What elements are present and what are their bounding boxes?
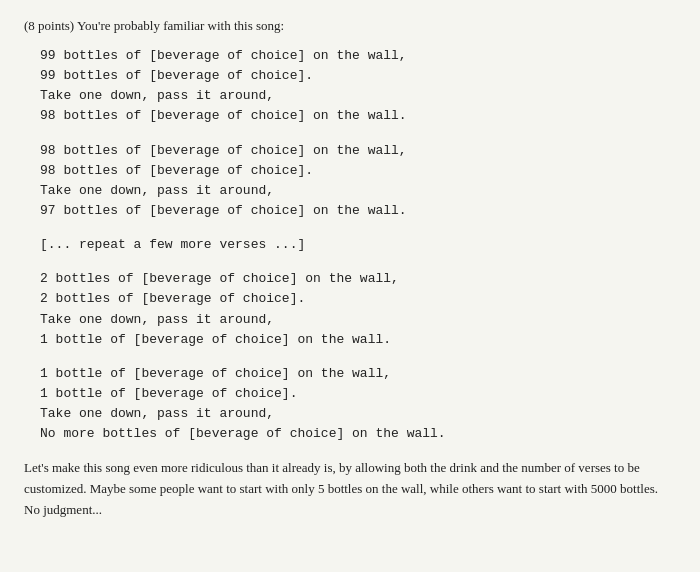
verse-2bottles-line-4: 1 bottle of [beverage of choice] on the … [40, 330, 676, 350]
verse-1-line-1: 99 bottles of [beverage of choice] on th… [40, 46, 676, 66]
verse-repeat: [... repeat a few more verses ...] [40, 235, 676, 255]
verse-2-line-1: 98 bottles of [beverage of choice] on th… [40, 141, 676, 161]
verse-1-line-3: Take one down, pass it around, [40, 86, 676, 106]
verse-2-line-2: 98 bottles of [beverage of choice]. [40, 161, 676, 181]
verse-1bottle-line-2: 1 bottle of [beverage of choice]. [40, 384, 676, 404]
verse-2-line-3: Take one down, pass it around, [40, 181, 676, 201]
verse-1bottle-line-4: No more bottles of [beverage of choice] … [40, 424, 676, 444]
verse-1bottle: 1 bottle of [beverage of choice] on the … [40, 364, 676, 445]
verse-2bottles: 2 bottles of [beverage of choice] on the… [40, 269, 676, 350]
verse-2-line-4: 97 bottles of [beverage of choice] on th… [40, 201, 676, 221]
verse-1-line-2: 99 bottles of [beverage of choice]. [40, 66, 676, 86]
verse-2bottles-line-2: 2 bottles of [beverage of choice]. [40, 289, 676, 309]
verse-1bottle-line-3: Take one down, pass it around, [40, 404, 676, 424]
verse-1-line-4: 98 bottles of [beverage of choice] on th… [40, 106, 676, 126]
verse-2bottles-line-3: Take one down, pass it around, [40, 310, 676, 330]
song-block: 99 bottles of [beverage of choice] on th… [40, 46, 676, 444]
verse-repeat-line: [... repeat a few more verses ...] [40, 235, 676, 255]
verse-2: 98 bottles of [beverage of choice] on th… [40, 141, 676, 222]
verse-1: 99 bottles of [beverage of choice] on th… [40, 46, 676, 127]
verse-1bottle-line-1: 1 bottle of [beverage of choice] on the … [40, 364, 676, 384]
verse-2bottles-line-1: 2 bottles of [beverage of choice] on the… [40, 269, 676, 289]
description: Let's make this song even more ridiculou… [24, 458, 676, 520]
header-line: (8 points) You're probably familiar with… [24, 18, 676, 34]
